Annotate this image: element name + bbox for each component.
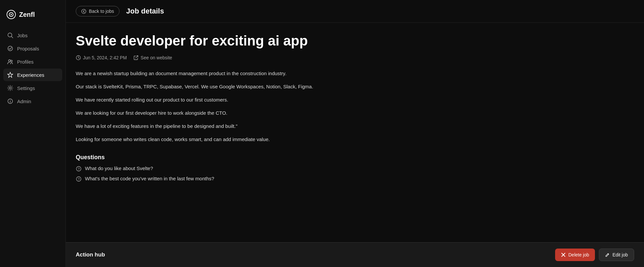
svg-text:?: ? (78, 167, 80, 171)
back-label: Back to jobs (89, 9, 114, 14)
back-icon (81, 9, 86, 14)
questions-section: Questions ? What do you like about Svelt… (76, 154, 352, 182)
clock-icon (76, 55, 81, 60)
svg-text:?: ? (78, 177, 80, 181)
website-link[interactable]: See on website (141, 55, 172, 60)
main-content: Back to jobs Job details Svelte develope… (66, 0, 644, 267)
job-meta: Jun 5, 2024, 2:42 PM See on website (76, 55, 352, 60)
desc-3: We are looking for our first developer h… (76, 109, 352, 117)
job-description: We are a newish startup building an docu… (76, 70, 352, 143)
svg-point-5 (8, 46, 13, 51)
header: Back to jobs Job details (66, 0, 644, 23)
job-website[interactable]: See on website (133, 55, 172, 60)
desc-4: We have a lot of exciting features in th… (76, 122, 352, 130)
svg-point-2 (11, 14, 12, 15)
sidebar-item-profiles[interactable]: Profiles (3, 55, 62, 68)
admin-label: Admin (17, 99, 31, 104)
sidebar-item-settings[interactable]: Settings (3, 82, 62, 94)
page-title: Job details (126, 7, 164, 15)
svg-line-4 (12, 37, 13, 38)
job-date: Jun 5, 2024, 2:42 PM (76, 55, 127, 60)
logo-icon (7, 10, 16, 19)
sidebar-item-experiences[interactable]: Experiences (3, 69, 62, 81)
svg-point-13 (82, 9, 86, 14)
questions-title: Questions (76, 154, 352, 161)
back-to-jobs-button[interactable]: Back to jobs (76, 6, 120, 16)
settings-icon (7, 85, 13, 91)
action-hub-title: Action hub (76, 252, 105, 258)
svg-point-12 (10, 100, 11, 101)
sidebar: Zenfl Jobs Proposals (0, 0, 66, 267)
desc-0: We are a newish startup building an docu… (76, 70, 352, 77)
external-link-icon (133, 55, 139, 60)
sidebar-nav: Jobs Proposals Profiles (0, 29, 66, 107)
question-icon-0: ? (76, 166, 82, 172)
edit-job-button[interactable]: Edit job (599, 249, 634, 261)
question-0: ? What do you like about Svelte? (76, 165, 352, 172)
svg-point-6 (9, 60, 11, 62)
experiences-label: Experiences (17, 72, 44, 78)
desc-2: We have recently started rolling out our… (76, 96, 352, 104)
job-content: Svelte developer for exciting ai app Jun… (66, 23, 362, 222)
question-1: ? What's the best code you've written in… (76, 176, 352, 182)
svg-line-15 (136, 56, 138, 58)
profiles-icon (7, 59, 13, 65)
questions-list: ? What do you like about Svelte? ? What'… (76, 165, 352, 182)
delete-job-button[interactable]: Delete job (555, 249, 595, 261)
desc-1: Our stack is SvelteKit, Prisma, TRPC, Su… (76, 83, 352, 91)
logo: Zenfl (0, 7, 66, 29)
experiences-icon (7, 72, 13, 78)
proposals-icon (7, 45, 13, 51)
svg-point-9 (9, 87, 11, 89)
svg-marker-8 (8, 72, 13, 77)
edit-icon (605, 252, 610, 257)
delete-icon (561, 252, 566, 257)
settings-label: Settings (17, 85, 35, 91)
action-hub: Action hub Delete job Edit job (66, 242, 644, 267)
app-name: Zenfl (19, 11, 35, 18)
action-buttons: Delete job Edit job (555, 249, 634, 261)
jobs-icon (7, 32, 13, 38)
job-title: Svelte developer for exciting ai app (76, 33, 352, 49)
sidebar-item-proposals[interactable]: Proposals (3, 42, 62, 55)
desc-5: Looking for someone who writes clean cod… (76, 135, 352, 143)
sidebar-item-admin[interactable]: Admin (3, 95, 62, 107)
svg-point-7 (11, 60, 13, 62)
admin-icon (7, 98, 13, 104)
svg-point-3 (8, 33, 12, 37)
sidebar-item-jobs[interactable]: Jobs (3, 29, 62, 42)
proposals-label: Proposals (17, 46, 39, 51)
question-icon-1: ? (76, 176, 82, 182)
jobs-label: Jobs (17, 33, 28, 38)
profiles-label: Profiles (17, 59, 34, 65)
